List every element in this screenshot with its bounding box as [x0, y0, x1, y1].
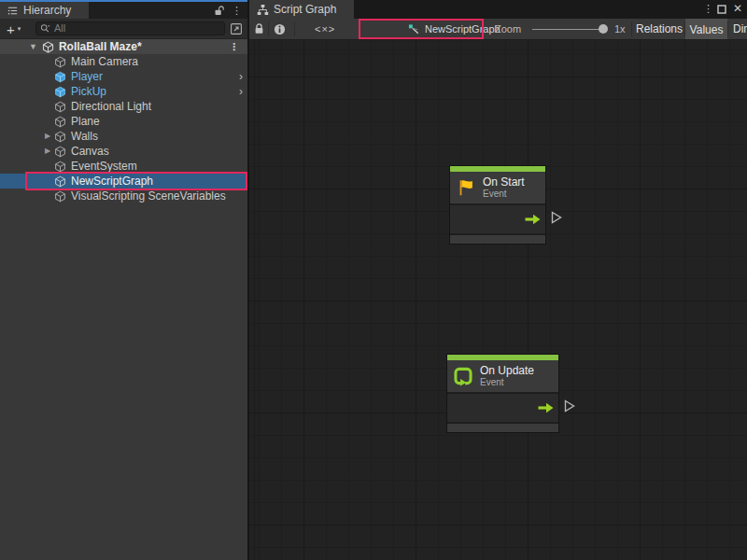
gameobject-icon: [54, 146, 66, 158]
flow-port-icon[interactable]: [551, 211, 562, 224]
hierarchy-item-eventsystem[interactable]: EventSystem: [0, 159, 247, 174]
node-header: On Start Event: [450, 172, 545, 203]
pick-object-icon[interactable]: [230, 22, 243, 35]
search-placeholder: All: [54, 23, 65, 34]
prefab-icon: [54, 86, 66, 98]
hierarchy-item-label: VisualScripting SceneVariables: [71, 189, 226, 203]
tab-hierarchy[interactable]: Hierarchy: [0, 2, 89, 19]
gameobject-icon: [54, 190, 66, 203]
tab-script-graph[interactable]: Script Graph: [249, 0, 354, 19]
foldout-collapsed-icon[interactable]: ▶: [41, 147, 54, 155]
create-object-button[interactable]: + ▾: [7, 20, 21, 38]
node-footer: [450, 233, 545, 244]
unity-logo-icon: [42, 41, 54, 53]
foldout-open-icon[interactable]: ▼: [29, 43, 37, 51]
hierarchy-item-plane[interactable]: Plane: [0, 114, 247, 129]
node-on-start[interactable]: On Start Event: [449, 165, 546, 245]
node-body: [450, 203, 545, 233]
gameobject-icon: [54, 175, 66, 188]
hierarchy-item-pickup[interactable]: PickUp ›: [0, 84, 247, 99]
zoom-label: Zoom: [495, 19, 521, 39]
maximize-icon[interactable]: [717, 5, 726, 14]
tab-script-graph-label: Script Graph: [274, 3, 336, 16]
hierarchy-tab-bar: Hierarchy ⋮: [0, 2, 247, 19]
node-header: On Update Event: [447, 360, 558, 392]
hierarchy-item-canvas[interactable]: ▶ Canvas: [0, 144, 247, 159]
panel-more-menu-icon[interactable]: ⋮: [703, 4, 713, 14]
graph-tree-icon: [257, 4, 269, 16]
scene-more-menu-icon[interactable]: ⋮: [229, 42, 239, 52]
node-on-update[interactable]: On Update Event: [446, 354, 559, 433]
zoom-value: 1x: [614, 19, 626, 39]
hierarchy-item-label: Walls: [71, 130, 98, 143]
hierarchy-item-label: Player: [71, 70, 103, 83]
hierarchy-item-label: Plane: [71, 115, 100, 128]
node-title: On Update: [480, 365, 534, 377]
node-title: On Start: [483, 176, 525, 189]
script-graph-tab-bar: Script Graph ⋮ ✕: [249, 0, 747, 19]
graph-asset-button[interactable]: NewScriptGraph: [408, 19, 500, 39]
flow-arrow-icon[interactable]: [538, 402, 554, 413]
hierarchy-item-label: NewScriptGraph: [71, 175, 153, 188]
dim-button[interactable]: Dim: [733, 19, 747, 39]
hierarchy-item-walls[interactable]: ▶ Walls: [0, 129, 247, 144]
gameobject-icon: [54, 101, 66, 113]
toolbar-separator: [631, 21, 632, 36]
info-icon[interactable]: [274, 19, 286, 39]
code-view-icon[interactable]: <×>: [315, 19, 335, 39]
toolbar-separator: [294, 21, 295, 36]
tab-hierarchy-label: Hierarchy: [23, 4, 71, 17]
hierarchy-item-label: Canvas: [71, 145, 109, 158]
values-button[interactable]: Values: [685, 19, 727, 40]
hierarchy-list-icon: [7, 5, 19, 17]
hierarchy-more-menu-icon[interactable]: ⋮: [232, 6, 242, 16]
graph-asset-icon: [408, 23, 420, 35]
gameobject-icon: [54, 116, 66, 128]
flag-icon: [456, 177, 476, 198]
hierarchy-item-newscriptgraph[interactable]: NewScriptGraph: [0, 174, 247, 189]
gameobject-icon: [54, 131, 66, 143]
gameobject-icon: [54, 161, 66, 173]
toolbar-separator: [727, 21, 728, 36]
hierarchy-panel: Hierarchy ⋮ + ▾ All: [0, 0, 247, 560]
node-subtitle: Event: [483, 189, 525, 199]
flow-arrow-icon[interactable]: [525, 214, 541, 225]
graph-canvas[interactable]: On Start Event: [249, 40, 747, 560]
hierarchy-item-label: Directional Light: [71, 100, 151, 113]
hierarchy-search-input[interactable]: All: [35, 21, 225, 35]
node-body: [447, 392, 558, 422]
node-subtitle: Event: [480, 377, 534, 387]
zoom-slider-track[interactable]: [532, 29, 604, 30]
unity-editor-window: Hierarchy ⋮ + ▾ All: [0, 0, 747, 560]
plus-icon: +: [7, 22, 15, 36]
prefab-chevron-icon[interactable]: ›: [239, 84, 243, 99]
caret-down-icon: ▾: [18, 25, 21, 33]
flow-port-icon[interactable]: [564, 399, 575, 413]
close-icon[interactable]: ✕: [733, 3, 742, 14]
relations-button[interactable]: Relations: [634, 19, 684, 39]
hierarchy-item-label: Main Camera: [71, 55, 138, 68]
script-graph-panel: Script Graph ⋮ ✕: [247, 0, 747, 560]
graph-asset-name: NewScriptGraph: [425, 23, 500, 35]
scene-header[interactable]: ▼ RollaBall Maze* ⋮: [0, 39, 247, 54]
script-graph-toolbar: <×> NewScriptGraph Zoom 1x Relations Val…: [249, 19, 747, 40]
hierarchy-item-label: PickUp: [71, 85, 106, 98]
prefab-chevron-icon[interactable]: ›: [239, 69, 243, 84]
search-icon: [39, 22, 51, 35]
hierarchy-toolbar: + ▾ All: [0, 19, 247, 39]
hierarchy-item-directional-light[interactable]: Directional Light: [0, 99, 247, 114]
prefab-icon: [54, 71, 66, 83]
foldout-collapsed-icon[interactable]: ▶: [41, 133, 54, 140]
scene-name: RollaBall Maze*: [59, 40, 142, 53]
hierarchy-item-label: EventSystem: [71, 160, 137, 173]
hierarchy-item-player[interactable]: Player ›: [0, 69, 247, 84]
hierarchy-item-main-camera[interactable]: Main Camera: [0, 54, 247, 69]
gameobject-icon: [54, 56, 66, 68]
hierarchy-tree: Main Camera Player › PickUp ›: [0, 54, 247, 203]
lock-icon[interactable]: [254, 19, 264, 39]
zoom-slider-handle[interactable]: [599, 24, 608, 34]
node-footer: [447, 422, 558, 432]
toolbar-separator: [268, 21, 269, 36]
hierarchy-item-visualscripting-scenevariables[interactable]: VisualScripting SceneVariables: [0, 189, 247, 203]
unlock-icon[interactable]: [214, 5, 225, 17]
